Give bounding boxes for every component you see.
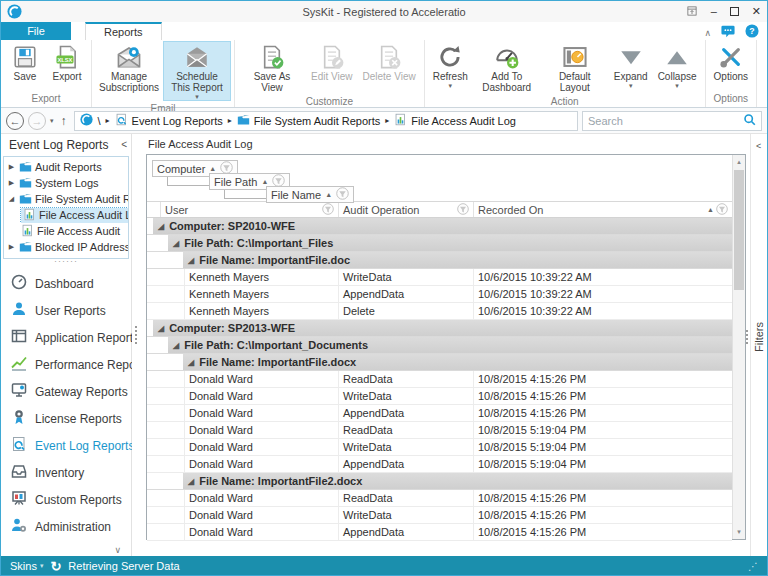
document-tab[interactable]: File Access Audit Log: [141, 134, 750, 153]
grid-group-row[interactable]: ◢File Path: C:\Important_Documents: [147, 337, 732, 354]
resize-grip[interactable]: ⋰: [748, 561, 758, 572]
help-icon[interactable]: ?: [745, 24, 759, 42]
export-button[interactable]: XLSXExport: [46, 41, 88, 91]
groupby-chip-file-name[interactable]: File Name▲: [266, 186, 354, 203]
sidebar-item-performance-reports[interactable]: Performance Reports: [1, 351, 131, 378]
search-icon[interactable]: [743, 112, 756, 130]
tree-item-file-access-audit[interactable]: File Access Audit: [4, 223, 128, 239]
save-as-view-button[interactable]: Save As View: [238, 41, 306, 94]
scroll-down-icon[interactable]: ▾: [733, 528, 745, 536]
collapse-ribbon-icon[interactable]: ∧: [704, 28, 711, 38]
tree-item-file-system-audit-reports[interactable]: ◢File System Audit Reports: [4, 191, 128, 207]
sidebar-item-administration[interactable]: Administration: [1, 513, 131, 540]
expand-button[interactable]: Expand▾: [609, 41, 653, 94]
sidebar-item-dashboard[interactable]: Dashboard: [1, 270, 131, 297]
scroll-up-icon[interactable]: ▴: [733, 158, 745, 166]
history-dropdown-icon[interactable]: ▾: [50, 117, 54, 125]
column-header-recorded[interactable]: Recorded On ▲: [474, 202, 732, 217]
filter-icon[interactable]: [457, 203, 469, 217]
up-button[interactable]: ↑: [58, 114, 70, 128]
sidebar-scroll-down-icon[interactable]: ∨: [114, 545, 121, 555]
skins-menu[interactable]: Skins ▾: [10, 560, 43, 572]
grid-data-row[interactable]: Donald WardWriteData10/8/2015 4:15:26 PM: [147, 507, 732, 524]
grid-data-row[interactable]: Donald WardAppendData10/8/2015 5:19:04 P…: [147, 456, 732, 473]
scrollbar-thumb[interactable]: [734, 170, 744, 290]
expanded-arrow-icon[interactable]: ◢: [188, 477, 194, 486]
save-button[interactable]: Save: [4, 41, 46, 91]
schedule-this-report-button[interactable]: Schedule This Report▾: [163, 41, 231, 101]
grid-data-row[interactable]: Kenneth MayersDelete10/6/2015 10:39:22 A…: [147, 303, 732, 320]
collapsed-arrow-icon[interactable]: ▶: [7, 243, 16, 251]
minimize-button[interactable]: –: [711, 6, 717, 17]
feedback-chat-icon[interactable]: [721, 24, 735, 42]
sidebar-item-user-reports[interactable]: User Reports: [1, 297, 131, 324]
tree-item-file-access-audit-log[interactable]: File Access Audit Log: [4, 207, 128, 223]
grid-data-row[interactable]: Donald WardAppendData10/8/2015 4:15:26 P…: [147, 524, 732, 541]
sidebar-item-custom-reports[interactable]: Custom Reports: [1, 486, 131, 513]
tree-item-audit-reports[interactable]: ▶Audit Reports: [4, 159, 128, 175]
options-button[interactable]: Options: [709, 41, 753, 91]
sidebar-item-license-reports[interactable]: License Reports: [1, 405, 131, 432]
grid-data-row[interactable]: Donald WardReadData10/8/2015 4:15:26 PM: [147, 490, 732, 507]
grid-group-row[interactable]: ◢File Name: ImportantFile.docx: [147, 354, 732, 371]
grid-scrollbar[interactable]: ▴ ▾: [732, 155, 745, 539]
sidebar-splitter[interactable]: [132, 134, 141, 556]
grid-data-row[interactable]: Kenneth MayersWriteData10/6/2015 10:39:2…: [147, 269, 732, 286]
sort-asc-icon: ▲: [209, 165, 216, 172]
sidebar-item-event-log-reports[interactable]: Event Log Reports: [1, 432, 131, 459]
tree-item-system-logs[interactable]: ▶System Logs: [4, 175, 128, 191]
filters-expand-icon[interactable]: <: [756, 141, 761, 151]
sidebar-item-application-reports[interactable]: Application Reports: [1, 324, 131, 351]
filters-label[interactable]: Filters: [753, 322, 765, 352]
grid-data-row[interactable]: Donald WardAppendData10/8/2015 4:15:26 P…: [147, 405, 732, 422]
filters-splitter-handle[interactable]: [746, 330, 748, 332]
tab-reports[interactable]: Reports: [85, 22, 162, 40]
expanded-arrow-icon[interactable]: ◢: [158, 222, 164, 231]
grid-data-row[interactable]: Kenneth MayersAppendData10/6/2015 10:39:…: [147, 286, 732, 303]
grid-group-row[interactable]: ◢File Path: C:\Important_Files: [147, 235, 732, 252]
expanded-arrow-icon[interactable]: ◢: [173, 239, 179, 248]
grid-group-row[interactable]: ◢File Name: ImportantFile2.docx: [147, 473, 732, 490]
grid-group-row[interactable]: ◢File Name: ImportantFile.doc: [147, 252, 732, 269]
tree-item-blocked-ip-addresses[interactable]: ▶Blocked IP Addresses: [4, 239, 128, 255]
root-logo-icon[interactable]: [80, 113, 93, 128]
refresh-button[interactable]: Refresh▾: [428, 41, 473, 94]
collapsed-arrow-icon[interactable]: ▶: [7, 179, 16, 187]
default-layout-button[interactable]: Default Layout: [541, 41, 609, 94]
grid-group-row[interactable]: ◢Computer: SP2010-WFE: [147, 218, 732, 235]
filter-icon[interactable]: [322, 203, 334, 217]
grid-data-row[interactable]: Donald WardWriteData10/8/2015 4:15:26 PM: [147, 388, 732, 405]
close-button[interactable]: ✕: [752, 6, 761, 17]
sidebar-item-gateway-reports[interactable]: Gateway Reports: [1, 378, 131, 405]
maximize-button[interactable]: [730, 7, 739, 16]
filter-icon[interactable]: [716, 203, 728, 217]
grid-data-row[interactable]: Donald WardReadData10/8/2015 5:19:04 PM: [147, 422, 732, 439]
breadcrumb-item-event-log-reports[interactable]: Event Log Reports: [115, 113, 223, 128]
grid-data-row[interactable]: Donald WardWriteData10/8/2015 5:19:04 PM: [147, 439, 732, 456]
breadcrumb-item-file-system-audit-reports[interactable]: File System Audit Reports: [237, 113, 381, 128]
collapsed-arrow-icon[interactable]: ▶: [7, 163, 16, 171]
expanded-arrow-icon[interactable]: ◢: [173, 341, 179, 350]
expanded-arrow-icon[interactable]: ◢: [188, 358, 194, 367]
column-header-user[interactable]: User: [161, 202, 339, 217]
manage-subscriptions-button[interactable]: Manage Subscriptions: [95, 41, 163, 101]
breadcrumb-item-file-access-audit-log[interactable]: File Access Audit Log: [394, 113, 516, 128]
search-input[interactable]: [588, 115, 743, 127]
sidebar-item-inventory[interactable]: Inventory: [1, 459, 131, 486]
sidebar-collapse-icon[interactable]: <: [121, 139, 127, 150]
column-header-operation[interactable]: Audit Operation: [339, 202, 474, 217]
expanded-arrow-icon[interactable]: ◢: [7, 195, 16, 203]
tree-splitter-handle[interactable]: ······: [1, 259, 131, 268]
expanded-arrow-icon[interactable]: ◢: [188, 256, 194, 265]
tab-file[interactable]: File: [1, 22, 71, 40]
add-to-dashboard-button[interactable]: Add To Dashboard: [473, 41, 541, 94]
grid-group-row[interactable]: ◢Computer: SP2013-WFE: [147, 320, 732, 337]
expanded-arrow-icon[interactable]: ◢: [158, 324, 164, 333]
filters-panel-tab[interactable]: < Filters: [750, 134, 767, 556]
grid-data-row[interactable]: Donald WardReadData10/8/2015 4:15:26 PM: [147, 371, 732, 388]
collapse-button[interactable]: Collapse▾: [653, 41, 702, 94]
filter-icon[interactable]: [336, 187, 349, 202]
fullscreen-icon[interactable]: [686, 5, 698, 19]
back-button[interactable]: ←: [6, 112, 24, 130]
header-indent-cell: [147, 202, 161, 217]
